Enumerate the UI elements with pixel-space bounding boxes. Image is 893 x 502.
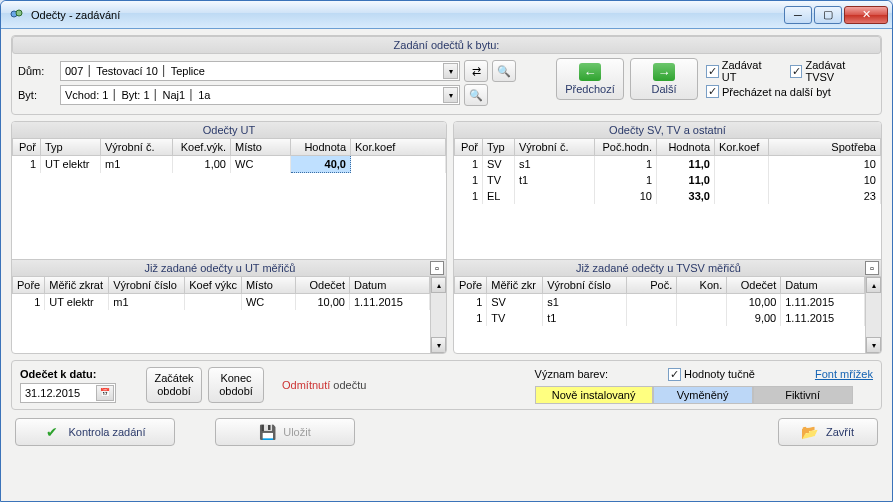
save-icon: 💾	[259, 424, 275, 440]
chevron-down-icon[interactable]: ▾	[443, 63, 458, 79]
checkbox-icon: ✓	[706, 65, 719, 78]
footer: ✔ Kontrola zadání 💾 Uložit 📂 Zavřít	[11, 410, 882, 446]
col-por[interactable]: Poř	[13, 139, 41, 156]
table-row[interactable]: 1 SV s1 1 11,0 10	[455, 156, 881, 173]
previous-button[interactable]: ← Předchozí	[556, 58, 624, 100]
scroll-down-icon[interactable]: ▾	[866, 337, 881, 353]
checkbox-icon: ✓	[706, 85, 719, 98]
end-period-button[interactable]: Konec období	[208, 367, 264, 403]
ut-sub-title: Již zadané odečty u UT měřičů	[12, 260, 428, 276]
scrollbar[interactable]: ▴ ▾	[865, 277, 881, 353]
header-group: Zadání odečtů k bytu: Dům: 007 │ Testova…	[11, 35, 882, 115]
col-vyrobni[interactable]: Výrobní č.	[101, 139, 173, 156]
search-icon: 🔍	[469, 89, 483, 102]
swap-icon: ⇄	[472, 65, 481, 78]
previous-label: Předchozí	[565, 83, 615, 95]
dum-combo[interactable]: 007 │ Testovací 10 │ Teplice ▾	[60, 61, 460, 81]
ut-sub-table[interactable]: Poře Měřič zkrat Výrobní číslo Koef výkc…	[12, 277, 430, 310]
byt-value: Vchod: 1 │ Byt: 1 │ Naj1 │ 1a	[65, 89, 443, 101]
checkbox-label: Přecházet na další byt	[722, 86, 831, 98]
byt-search-button[interactable]: 🔍	[464, 84, 488, 106]
ut-pane: Odečty UT Poř Typ Výrobní č. Koef.výk. M…	[11, 121, 447, 354]
sv-pane: Odečty SV, TV a ostatní Poř Typ Výrobní …	[453, 121, 882, 354]
scroll-down-icon[interactable]: ▾	[431, 337, 446, 353]
checkbox-label: Zadávat TVSV	[805, 59, 875, 83]
search-icon: 🔍	[497, 65, 511, 78]
date-value: 31.12.2015	[25, 387, 96, 399]
font-grid-link[interactable]: Font mřížek	[815, 368, 873, 380]
folder-icon: 📂	[802, 424, 818, 440]
col-korkoef[interactable]: Kor.koef	[351, 139, 446, 156]
checkbox-icon: ✓	[668, 368, 681, 381]
sv-sub-panel: Již zadané odečty u TVSV měřičů ▫ Poře M…	[454, 259, 881, 353]
maximize-button[interactable]: ▢	[814, 6, 842, 24]
body: Zadání odečtů k bytu: Dům: 007 │ Testova…	[1, 29, 892, 501]
checkbox-label: Hodnoty tučně	[684, 368, 755, 380]
scrollbar[interactable]: ▴ ▾	[430, 277, 446, 353]
checkbox-icon: ✓	[790, 65, 803, 78]
close-button[interactable]: 📂 Zavřít	[778, 418, 878, 446]
scroll-up-icon[interactable]: ▴	[431, 277, 446, 293]
ut-sub-panel: Již zadané odečty u UT měřičů ▫ Poře Měř…	[12, 259, 446, 353]
app-window: Odečty - zadávání ─ ▢ ✕ Zadání odečtů k …	[0, 0, 893, 502]
date-label: Odečet k datu:	[20, 368, 140, 380]
reject-link[interactable]: Odmítnutí odečtu	[282, 379, 366, 391]
table-row[interactable]: 1 SV s1 10,00 1.11.2015	[455, 294, 865, 311]
check-input-button[interactable]: ✔ Kontrola zadání	[15, 418, 175, 446]
legend-swapped: Vyměněný	[653, 386, 753, 404]
collapse-button[interactable]: ▫	[865, 261, 879, 275]
dum-search-button[interactable]: 🔍	[492, 60, 516, 82]
save-button[interactable]: 💾 Uložit	[215, 418, 355, 446]
start-period-button[interactable]: Začátek období	[146, 367, 202, 403]
checkbox-label: Zadávat UT	[722, 59, 778, 83]
close-window-button[interactable]: ✕	[844, 6, 888, 24]
check-icon: ✔	[44, 424, 60, 440]
byt-label: Byt:	[18, 89, 56, 101]
dum-value: 007 │ Testovací 10 │ Teplice	[65, 65, 443, 77]
ut-table[interactable]: Poř Typ Výrobní č. Koef.výk. Místo Hodno…	[12, 139, 446, 173]
table-row[interactable]: 1 UT elektr m1 1,00 WC 40,0	[13, 156, 446, 173]
svg-point-1	[16, 10, 22, 16]
arrow-right-icon: →	[653, 63, 675, 81]
chevron-down-icon[interactable]: ▾	[443, 87, 458, 103]
col-misto[interactable]: Místo	[231, 139, 291, 156]
col-typ[interactable]: Typ	[41, 139, 101, 156]
col-koefvyk[interactable]: Koef.výk.	[173, 139, 231, 156]
checkbox-zadavat-tvsv[interactable]: ✓ Zadávat TVSV	[790, 59, 875, 83]
col-hodnota[interactable]: Hodnota	[291, 139, 351, 156]
dum-swap-button[interactable]: ⇄	[464, 60, 488, 82]
collapse-button[interactable]: ▫	[430, 261, 444, 275]
dum-label: Dům:	[18, 65, 56, 77]
checkbox-bold-values[interactable]: ✓ Hodnoty tučně	[668, 368, 755, 381]
checkbox-zadavat-ut[interactable]: ✓ Zadávat UT	[706, 59, 778, 83]
table-row[interactable]: 1 EL 10 33,0 23	[455, 188, 881, 204]
legend-label: Význam barev:	[535, 368, 608, 380]
checkbox-prechazet[interactable]: ✓ Přecházet na další byt	[706, 85, 875, 98]
table-row[interactable]: 1 TV t1 1 11,0 10	[455, 172, 881, 188]
sv-table[interactable]: Poř Typ Výrobní č. Poč.hodn. Hodnota Kor…	[454, 139, 881, 204]
sv-sub-title: Již zadané odečty u TVSV měřičů	[454, 260, 863, 276]
sv-sub-table[interactable]: Poře Měřič zkr Výrobní číslo Poč. Kon. O…	[454, 277, 865, 326]
legend-new: Nově instalovaný	[535, 386, 653, 404]
next-label: Další	[651, 83, 676, 95]
arrow-left-icon: ←	[579, 63, 601, 81]
date-picker[interactable]: 31.12.2015 📅	[20, 383, 116, 403]
hodnota-active-cell[interactable]: 40,0	[291, 156, 351, 173]
table-row[interactable]: 1 TV t1 9,00 1.11.2015	[455, 310, 865, 326]
next-button[interactable]: → Další	[630, 58, 698, 100]
calendar-icon[interactable]: 📅	[96, 385, 114, 401]
titlebar[interactable]: Odečty - zadávání ─ ▢ ✕	[1, 1, 892, 29]
sv-pane-title: Odečty SV, TV a ostatní	[454, 122, 881, 139]
header-group-title: Zadání odečtů k bytu:	[12, 36, 881, 54]
options-group: Odečet k datu: 31.12.2015 📅 Začátek obdo…	[11, 360, 882, 410]
table-row[interactable]: 1 UT elektr m1 WC 10,00 1.11.2015	[13, 294, 430, 311]
app-icon	[9, 7, 25, 23]
ut-pane-title: Odečty UT	[12, 122, 446, 139]
byt-combo[interactable]: Vchod: 1 │ Byt: 1 │ Naj1 │ 1a ▾	[60, 85, 460, 105]
window-title: Odečty - zadávání	[31, 9, 784, 21]
scroll-up-icon[interactable]: ▴	[866, 277, 881, 293]
legend-fictive: Fiktivní	[753, 386, 853, 404]
minimize-button[interactable]: ─	[784, 6, 812, 24]
